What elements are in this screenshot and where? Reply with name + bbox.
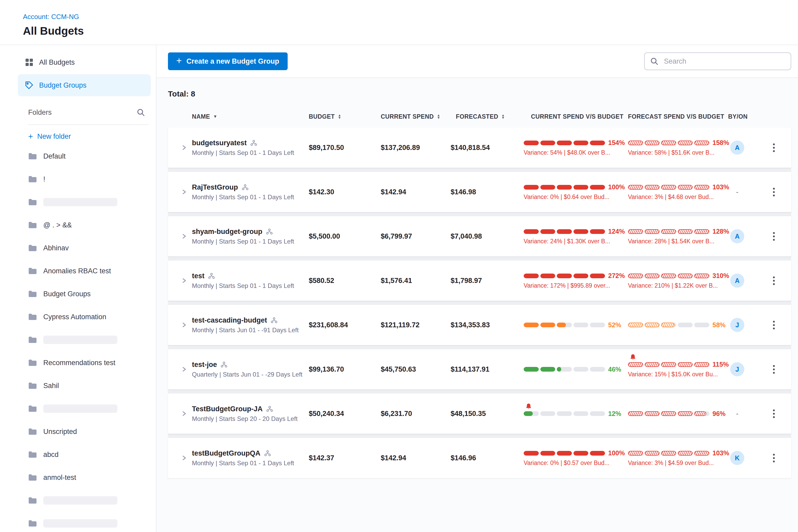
alert-bell-icon (526, 403, 531, 410)
folder-item-budget-groups[interactable]: Budget Groups (28, 282, 156, 305)
budget-group-name[interactable]: RajTestGroup (192, 183, 305, 191)
row-menu-kebab-icon[interactable] (769, 273, 778, 289)
folder-item-redacted[interactable] (28, 397, 156, 420)
sort-down: ▼ (338, 117, 341, 119)
forecasted-value: $48,150.35 (451, 410, 524, 418)
search-input[interactable] (663, 57, 785, 66)
expand-chevron-icon[interactable] (176, 366, 192, 373)
budget-group-name[interactable]: budgetsuryatest (192, 139, 305, 147)
folder-item-default[interactable]: Default (28, 145, 156, 168)
folder-item-item[interactable]: @ . > && (28, 214, 156, 236)
owner-avatar[interactable]: A (730, 229, 744, 243)
table-row-shyam-budget-group[interactable]: shyam-budget-groupMonthly | Starts Sep 0… (168, 216, 791, 256)
folder-item-unscripted[interactable]: Unscripted (28, 420, 156, 443)
sidebar-item-budget-groups[interactable]: Budget Groups (18, 74, 151, 96)
column-header-forecast-spend-v-s-budget[interactable]: FORECAST SPEND V/S BUDGET (628, 113, 728, 120)
folder-item-redacted[interactable] (28, 512, 156, 532)
budget-group-name[interactable]: testBudgetGroupQA (192, 449, 305, 457)
expand-chevron-icon[interactable] (176, 233, 192, 240)
owner-avatar[interactable]: J (730, 318, 744, 332)
progress-bar: 158% (628, 139, 725, 147)
sidebar-item-all-budgets[interactable]: All Budgets (18, 51, 151, 73)
row-menu-kebab-icon[interactable] (769, 184, 778, 200)
progress-bar: 52% (524, 321, 625, 329)
folder-item-abhinav[interactable]: Abhinav (28, 236, 156, 260)
group-hierarchy-icon (266, 406, 273, 412)
expand-chevron-icon[interactable] (176, 411, 192, 417)
group-hierarchy-icon (250, 140, 257, 146)
folders-header: Folders (28, 104, 149, 125)
bar-fill (557, 367, 561, 372)
row-menu-kebab-icon[interactable] (769, 317, 778, 333)
current-spend-value: $121,119.72 (381, 321, 451, 329)
folder-list: Default!@ . > &&AbhinavAnomalies RBAC te… (13, 145, 156, 532)
new-folder-button[interactable]: + New folder (13, 125, 156, 145)
column-header-current-spend-v-s-budget[interactable]: CURRENT SPEND V/S BUDGET (524, 113, 628, 120)
folder-icon (28, 359, 37, 366)
budget-group-name[interactable]: TestBudgetGroup-JA (192, 405, 305, 413)
current-vs-budget-bar: 52% (524, 321, 628, 329)
bar-fill (540, 273, 555, 278)
sort-caret-icon[interactable]: ▼ (213, 114, 217, 119)
search-box[interactable] (644, 52, 791, 70)
owner-avatar[interactable]: A (730, 273, 744, 288)
expand-chevron-icon[interactable] (176, 322, 192, 328)
budget-schedule: Monthly | Starts Sep 20 - 20 Days Left (192, 415, 305, 422)
folder-item-redacted[interactable] (28, 191, 156, 214)
bar-segment (590, 367, 605, 372)
expand-chevron-icon[interactable] (176, 145, 192, 151)
table-row-test-cascading-budget[interactable]: test-cascading-budgetMonthly | Starts Ju… (168, 305, 791, 345)
table-row-budgetsuryatest[interactable]: budgetsuryatestMonthly | Starts Sep 01 -… (168, 128, 791, 168)
owner-avatar[interactable]: J (730, 362, 744, 376)
folder-icon (28, 405, 37, 412)
column-header-forecasted[interactable]: FORECASTED▲▼ (451, 113, 524, 120)
folder-item-anmol-test[interactable]: anmol-test (28, 466, 156, 489)
table-row-test[interactable]: testMonthly | Starts Sep 01 - 1 Days Lef… (168, 261, 791, 301)
budget-schedule: Monthly | Starts Sep 01 - 1 Days Left (192, 193, 305, 201)
name-cell: budgetsuryatestMonthly | Starts Sep 01 -… (192, 139, 309, 156)
row-menu-kebab-icon[interactable] (769, 406, 778, 422)
bar-fill (628, 451, 643, 456)
table-row-testbudgetgroupqa[interactable]: testBudgetGroupQAMonthly | Starts Sep 01… (168, 438, 791, 478)
folder-item-sahil[interactable]: Sahil (28, 374, 156, 397)
account-breadcrumb[interactable]: Account: CCM-NG (23, 13, 79, 21)
table-row-testbudgetgroup-ja[interactable]: TestBudgetGroup-JAMonthly | Starts Sep 2… (168, 394, 791, 434)
bar-fill (590, 229, 605, 234)
folder-item-cypress-automation[interactable]: Cypress Automation (28, 305, 156, 328)
column-header-budget[interactable]: BUDGET▲▼ (309, 113, 381, 120)
row-menu-kebab-icon[interactable] (769, 140, 778, 156)
budget-value: $231,608.84 (309, 321, 381, 329)
column-header-name[interactable]: NAME▼ (192, 113, 309, 120)
budget-group-name[interactable]: shyam-budget-group (192, 228, 305, 236)
column-header-current-spend[interactable]: CURRENT SPEND▲▼ (381, 113, 451, 120)
create-budget-group-button[interactable]: + Create a new Budget Group (168, 52, 288, 70)
folders-search-button[interactable] (133, 104, 149, 120)
table-row-test-joe[interactable]: test-joeQuarterly | Starts Jun 01 - -29 … (168, 349, 791, 390)
budget-group-name[interactable]: test (192, 272, 305, 280)
folder-item-redacted[interactable] (28, 328, 156, 351)
expand-chevron-icon[interactable] (176, 278, 192, 284)
folder-item-redacted[interactable] (28, 489, 156, 512)
expand-chevron-icon[interactable] (176, 455, 192, 461)
row-menu-kebab-icon[interactable] (769, 450, 778, 466)
column-header-by-on[interactable]: BY/ON (728, 113, 759, 120)
budget-group-name[interactable]: test-joe (192, 361, 305, 369)
owner-avatar[interactable]: A (730, 140, 744, 155)
expand-chevron-icon[interactable] (176, 189, 192, 195)
table-row-rajtestgroup[interactable]: RajTestGroupMonthly | Starts Sep 01 - 1 … (168, 172, 791, 212)
sort-updown-icon[interactable]: ▲▼ (437, 114, 440, 119)
bar-segment (645, 185, 660, 190)
row-menu-kebab-icon[interactable] (769, 228, 778, 244)
folder-item-abcd[interactable]: abcd (28, 443, 156, 466)
bar-segment (628, 362, 643, 367)
sort-updown-icon[interactable]: ▲▼ (338, 114, 341, 119)
folder-item-item[interactable]: ! (28, 168, 156, 191)
sort-updown-icon[interactable]: ▲▼ (501, 114, 505, 119)
bar-track (628, 185, 709, 190)
row-menu-kebab-icon[interactable] (769, 361, 778, 377)
folder-item-anomalies-rbac-test[interactable]: Anomalies RBAC test (28, 260, 156, 282)
budget-group-name[interactable]: test-cascading-budget (192, 316, 305, 324)
folder-item-recommendations-test[interactable]: Recommendations test (28, 351, 156, 374)
owner-avatar[interactable]: K (730, 451, 744, 465)
bar-segment (645, 451, 660, 456)
